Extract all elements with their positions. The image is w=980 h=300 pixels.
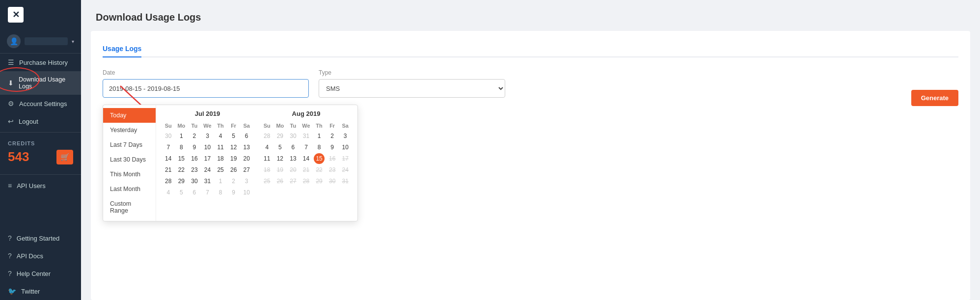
aug-day-11[interactable]: 11 bbox=[261, 153, 273, 164]
jul-day-3next[interactable]: 3 bbox=[240, 176, 253, 187]
preset-yesterday[interactable]: Yesterday bbox=[103, 123, 156, 137]
dh-sa1: Sa bbox=[240, 121, 253, 130]
preset-last-30-days[interactable]: Last 30 Days bbox=[103, 152, 156, 167]
aug-day-15[interactable]: 15 bbox=[314, 153, 325, 164]
dh-tu2: Tu bbox=[287, 121, 299, 130]
jul-day-16[interactable]: 16 bbox=[188, 153, 201, 164]
jul-day-7[interactable]: 7 bbox=[162, 142, 175, 153]
jul-day-4[interactable]: 4 bbox=[214, 131, 227, 141]
aug-day-12[interactable]: 12 bbox=[274, 153, 287, 164]
aug-day-30prev[interactable]: 30 bbox=[287, 131, 299, 141]
cart-button[interactable]: 🛒 bbox=[56, 150, 73, 164]
jul-day-5[interactable]: 5 bbox=[227, 131, 240, 141]
aug-day-10[interactable]: 10 bbox=[339, 142, 352, 153]
aug-day-5[interactable]: 5 bbox=[274, 142, 287, 153]
jul-day-7next[interactable]: 7 bbox=[201, 187, 214, 198]
jul-day-13[interactable]: 13 bbox=[240, 142, 253, 153]
user-name-bar bbox=[25, 37, 68, 45]
generate-button[interactable]: Generate bbox=[911, 90, 958, 106]
preset-last-month[interactable]: Last Month bbox=[103, 182, 156, 196]
jul-day-9[interactable]: 9 bbox=[188, 142, 201, 153]
jul-day-9next[interactable]: 9 bbox=[227, 187, 240, 198]
download-icon: ⬇ bbox=[8, 79, 14, 87]
aug-day-14[interactable]: 14 bbox=[300, 153, 313, 164]
jul-day-30[interactable]: 30 bbox=[188, 176, 201, 187]
aug-day-7[interactable]: 7 bbox=[300, 142, 313, 153]
form-row: Date Type SMS Voice Email bbox=[103, 69, 958, 98]
type-select[interactable]: SMS Voice Email bbox=[319, 79, 505, 98]
jul-day-17[interactable]: 17 bbox=[201, 153, 214, 164]
sidebar-item-help-center[interactable]: ? Help Center bbox=[0, 265, 81, 282]
jul-day-25[interactable]: 25 bbox=[214, 164, 227, 175]
aug-day-28prev[interactable]: 28 bbox=[261, 131, 273, 141]
aug-day-6[interactable]: 6 bbox=[287, 142, 299, 153]
jul-day-26[interactable]: 26 bbox=[227, 164, 240, 175]
jul-day-19[interactable]: 19 bbox=[227, 153, 240, 164]
aug-day-9[interactable]: 9 bbox=[326, 142, 339, 153]
type-label: Type bbox=[319, 69, 505, 76]
jul-day-18[interactable]: 18 bbox=[214, 153, 227, 164]
aug-day-1[interactable]: 1 bbox=[313, 131, 326, 141]
sidebar-item-download-usage-logs[interactable]: ⬇ Download Usage Logs bbox=[0, 71, 81, 95]
jul-day-8[interactable]: 8 bbox=[175, 142, 188, 153]
sidebar-item-account-settings[interactable]: ⚙ Account Settings bbox=[0, 95, 81, 112]
jul-day-10next[interactable]: 10 bbox=[240, 187, 253, 198]
aug-day-29prev[interactable]: 29 bbox=[274, 131, 287, 141]
type-form-group: Type SMS Voice Email bbox=[319, 69, 505, 98]
jul-day-5next[interactable]: 5 bbox=[175, 187, 188, 198]
tab-usage-logs[interactable]: Usage Logs bbox=[103, 41, 141, 57]
aug-day-18: 18 bbox=[261, 164, 273, 175]
jul-day-1[interactable]: 1 bbox=[175, 131, 188, 141]
jul-day-31[interactable]: 31 bbox=[201, 176, 214, 187]
sidebar-item-getting-started[interactable]: ? Getting Started bbox=[0, 229, 81, 247]
jul-day-22[interactable]: 22 bbox=[175, 164, 188, 175]
aug-day-13[interactable]: 13 bbox=[287, 153, 299, 164]
jul-day-2[interactable]: 2 bbox=[188, 131, 201, 141]
sidebar-item-purchase-history[interactable]: ☰ Purchase History bbox=[0, 54, 81, 71]
sidebar-item-logout[interactable]: ↩ Logout bbox=[0, 112, 81, 130]
sidebar-credits: CREDITS 543 🛒 bbox=[0, 132, 81, 172]
preset-this-month[interactable]: This Month bbox=[103, 167, 156, 182]
jul-day-29[interactable]: 29 bbox=[175, 176, 188, 187]
preset-today[interactable]: Today bbox=[103, 108, 156, 123]
jul-day-2next[interactable]: 2 bbox=[227, 176, 240, 187]
aug-day-25: 25 bbox=[261, 176, 273, 187]
dh-mo2: Mo bbox=[274, 121, 287, 130]
jul-day-1next[interactable]: 1 bbox=[214, 176, 227, 187]
jul-day-10[interactable]: 10 bbox=[201, 142, 214, 153]
aug-day-2[interactable]: 2 bbox=[326, 131, 339, 141]
jul-day-4next[interactable]: 4 bbox=[162, 187, 175, 198]
sidebar-item-api-docs[interactable]: ? API Docs bbox=[0, 247, 81, 265]
jul-day-6[interactable]: 6 bbox=[240, 131, 253, 141]
sidebar-item-twitter[interactable]: 🐦 Twitter bbox=[0, 282, 81, 300]
jul-day-6next[interactable]: 6 bbox=[188, 187, 201, 198]
jul-day-21[interactable]: 21 bbox=[162, 164, 175, 175]
jul-day-12[interactable]: 12 bbox=[227, 142, 240, 153]
jul-day-14[interactable]: 14 bbox=[162, 153, 175, 164]
preset-custom-range[interactable]: Custom Range bbox=[103, 196, 156, 218]
jul-day-15[interactable]: 15 bbox=[175, 153, 188, 164]
aug-title: Aug 2019 bbox=[261, 110, 352, 117]
jul-day-24[interactable]: 24 bbox=[201, 164, 214, 175]
jul-day-27[interactable]: 27 bbox=[240, 164, 253, 175]
aug-day-4[interactable]: 4 bbox=[261, 142, 273, 153]
aug-day-31prev[interactable]: 31 bbox=[300, 131, 313, 141]
preset-last-7-days[interactable]: Last 7 Days bbox=[103, 137, 156, 152]
aug-day-26: 26 bbox=[274, 176, 287, 187]
aug-day-27: 27 bbox=[287, 176, 299, 187]
calendar-dropdown: Today Yesterday Last 7 Days Last 30 Days… bbox=[103, 105, 358, 221]
credits-label: CREDITS bbox=[8, 140, 73, 146]
sidebar-item-api-users[interactable]: ≡ API Users bbox=[0, 177, 81, 194]
dh-fr1: Fr bbox=[227, 121, 240, 130]
jul-day-3[interactable]: 3 bbox=[201, 131, 214, 141]
sidebar-user[interactable]: 👤 ▾ bbox=[0, 29, 81, 54]
jul-day-23[interactable]: 23 bbox=[188, 164, 201, 175]
jul-day-11[interactable]: 11 bbox=[214, 142, 227, 153]
jul-day-30prev[interactable]: 30 bbox=[162, 131, 175, 141]
jul-day-28[interactable]: 28 bbox=[162, 176, 175, 187]
jul-day-8next[interactable]: 8 bbox=[214, 187, 227, 198]
aug-day-3[interactable]: 3 bbox=[339, 131, 352, 141]
aug-day-8[interactable]: 8 bbox=[313, 142, 326, 153]
date-input[interactable] bbox=[103, 79, 309, 98]
jul-day-20[interactable]: 20 bbox=[240, 153, 253, 164]
